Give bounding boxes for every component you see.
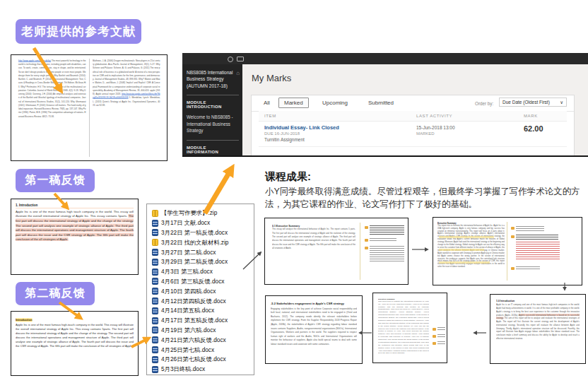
comment-icon	[365, 226, 368, 229]
comments-column	[365, 225, 404, 266]
highlight-bar	[439, 261, 490, 264]
doc-heading: 1.0 Introduction	[496, 300, 580, 302]
file-name: 3月27日 第二稿.docx	[161, 249, 216, 257]
word-file-icon	[152, 220, 158, 227]
column-mark: MARK	[524, 114, 538, 118]
status-badge: MARKED	[416, 131, 435, 136]
course-title: NBS8085 International Business Strategy …	[187, 69, 239, 89]
file-list-item[interactable]: 4月21日第六稿反馈.docx	[152, 335, 252, 345]
sidebar-divider	[187, 140, 239, 141]
sidebar-item-welcome[interactable]: Welcome to NBS8085 - International Busin…	[187, 114, 239, 134]
file-list-item[interactable]: 4月6日 第三稿反馈.docx	[152, 277, 252, 287]
word-file-icon	[152, 317, 158, 324]
word-file-icon	[152, 366, 158, 373]
arrow-file-list-to-result	[196, 160, 242, 219]
word-file-icon	[152, 297, 158, 305]
highlight-bar	[439, 249, 484, 251]
word-file-icon	[152, 278, 158, 285]
comment-lines	[516, 235, 558, 240]
file-list-item[interactable]: 3月27日 第二稿.docx	[152, 247, 252, 257]
mark-value: 62.00	[524, 124, 543, 133]
word-file-icon	[152, 249, 158, 256]
stakeholders-final-thumbnail: -5.2 Stakeholders engagement in Apple's …	[265, 295, 363, 364]
exec-summary-feedback-thumbnail: Executive Summary This report tries to i…	[433, 217, 582, 285]
file-name: 4月26日第七稿反馈.docx	[161, 355, 226, 363]
file-list-item[interactable]: 4月12日第四稿反馈.docx	[152, 296, 252, 306]
doc-heading: Introduction	[16, 319, 32, 322]
marks-tab-bar: All Marked Upcoming Submitted Order by: …	[252, 95, 574, 112]
file-list-item[interactable]: 4月25日第七稿.docx	[152, 345, 252, 355]
file-name: 4月19日 第六稿.docx	[161, 326, 216, 334]
word-file-icon	[152, 307, 158, 314]
file-list-item[interactable]: 4月10日 第四稿.docx	[152, 286, 252, 296]
order-by-value: Due Date (Oldest First)	[502, 100, 550, 105]
file-list-item[interactable]: 4月17日 第五稿反馈.docx	[152, 316, 252, 326]
comments-column	[511, 226, 562, 273]
file-list-item[interactable]: 4月3日 第三稿.docx	[152, 267, 252, 277]
comment-lines	[370, 246, 404, 263]
file-list-item[interactable]: 5月3日终稿.docx	[152, 365, 252, 375]
tab-submitted[interactable]: Submitted	[368, 100, 394, 106]
comment-lines	[437, 334, 445, 337]
file-name: 3月22日 找的文献材料.zip	[161, 239, 228, 247]
word-file-icon	[152, 288, 158, 295]
comment-lines	[370, 225, 404, 235]
assignment-link[interactable]: Individual Essay- Link Closed	[264, 124, 339, 131]
comment-icon	[433, 335, 436, 338]
folder-icon[interactable]	[237, 57, 244, 61]
file-list-item[interactable]: 3月17日 文献.docx	[152, 218, 252, 228]
file-name: 4月12日第四稿反馈.docx	[161, 297, 226, 305]
file-name: 4月21日第六稿反馈.docx	[161, 336, 226, 344]
file-name: 5月3日终稿.docx	[161, 365, 205, 373]
file-list-item[interactable]: 4月26日第七稿反馈.docx	[152, 355, 252, 365]
comment-lines	[516, 226, 544, 231]
word-file-icon	[152, 229, 158, 236]
comment-divider	[360, 223, 360, 280]
tab-all[interactable]: All	[264, 100, 270, 106]
arrow-thumb1-to-thumb2	[410, 243, 434, 256]
blackboard-topbar	[182, 53, 588, 64]
file-list-item[interactable]: 3月29日 第二稿反馈.docx	[152, 257, 252, 267]
comment-icon	[511, 227, 514, 230]
highlight-bar	[439, 236, 494, 238]
zip-file-icon	[152, 210, 158, 217]
tab-marked[interactable]: Marked	[278, 98, 309, 108]
arrow-draft2-doc-to-file-list	[127, 331, 157, 353]
draft-file-list: 【学生写作要求】.zip 3月17日 文献.docx 3月22日 第一稿反馈.d…	[146, 204, 254, 375]
comment-icon	[433, 342, 436, 345]
order-by-label: Order by:	[475, 101, 493, 106]
order-by-dropdown[interactable]: Due Date (Oldest First) ∨	[499, 98, 567, 107]
red-feedback-lines	[516, 242, 560, 261]
comment-lines	[437, 327, 445, 331]
sidebar-divider	[187, 95, 239, 95]
label-teacher-references: 老师提供的参考文献	[16, 19, 141, 44]
assignment-type: Turnitin Assignment	[264, 137, 305, 142]
file-list-item[interactable]: 4月19日 第六稿.docx	[152, 326, 252, 336]
exec-summary-draft-thumbnail: 0.1 Executive Summary This essay will an…	[264, 218, 408, 285]
file-name: 4月25日第七稿.docx	[161, 346, 214, 354]
arrow-draft2-label-to-doc	[55, 298, 90, 326]
comment-icon	[511, 267, 514, 270]
due-date: DUE 16-JUN-2018	[264, 131, 300, 136]
marks-card: All Marked Upcoming Submitted Order by: …	[251, 95, 575, 157]
infographic-canvas: 老师提供的参考文献 第一稿反馈 第二稿反馈 http://www.apple.c…	[0, 0, 588, 383]
outcome-body: 小Y同学最终取得满意成绩。尽管过程艰辛，但最终学习掌握了写作学术论文的方法，为其…	[265, 186, 584, 211]
tab-upcoming[interactable]: Upcoming	[322, 100, 348, 106]
comment-icon	[365, 239, 368, 242]
file-name: 4月6日 第三稿反馈.docx	[161, 278, 224, 285]
introduction-final-thumbnail: 1.0 Introduction Apple Inc is an IT comp…	[490, 294, 586, 364]
refresh-icon[interactable]	[228, 57, 233, 62]
arrow-references-label-to-doc	[28, 42, 71, 105]
table-row: Individual Essay- Link Closed DUE 16-JUN…	[259, 121, 567, 147]
file-list-item[interactable]: 3月22日 找的文献材料.zip	[152, 237, 252, 247]
file-list-item[interactable]: 3月22日 第一稿反馈.docx	[152, 228, 252, 238]
sidebar-section-module-introduction: MODULE INTRODUCTION	[187, 100, 239, 109]
comment-lines	[516, 266, 540, 269]
arrow-thumb2-down	[559, 281, 572, 295]
zip-file-icon	[152, 239, 158, 246]
file-list-item[interactable]: 4月14日第五稿.docx	[152, 306, 252, 316]
blackboard-screenshot: ⌂ NBS8085 International Business Strateg…	[182, 53, 588, 157]
sidebar-section-module-information: MODULE INFORMATION	[187, 146, 239, 154]
home-icon[interactable]: ⌂	[236, 71, 240, 76]
arrow-thumb5-to-thumb4	[468, 327, 490, 340]
